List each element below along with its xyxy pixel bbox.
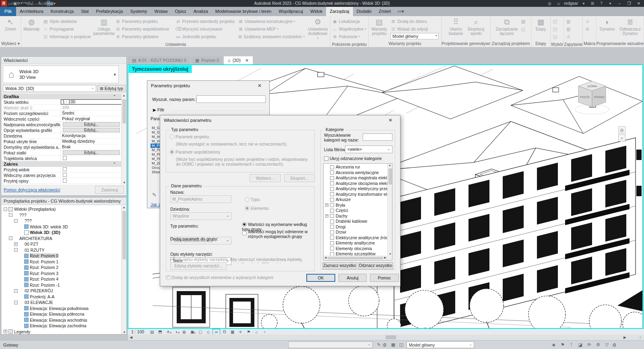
snaps-button[interactable]: ∩Przyciąganie bbox=[43, 25, 93, 33]
property-row[interactable]: Nadpisania widoczności/grafikiEdytuj... bbox=[2, 122, 122, 127]
ribbon-state-dropdown-icon[interactable]: ▭▾ bbox=[394, 7, 407, 16]
browser-tree-item[interactable]: -01 RZUTY bbox=[2, 247, 122, 253]
load-selection-button[interactable]: ◳ bbox=[552, 25, 558, 33]
category-checkbox[interactable] bbox=[330, 230, 334, 234]
measure-icon[interactable]: ∠ bbox=[31, 1, 34, 6]
manage-images-button[interactable]: ▧ bbox=[520, 18, 526, 25]
property-row[interactable]: Wartość skali 1:100 bbox=[2, 105, 122, 111]
constraints-icon[interactable]: ⌂ bbox=[253, 329, 260, 335]
ribbon-tab[interactable]: Dodatki bbox=[353, 7, 375, 16]
category-checkbox[interactable] bbox=[330, 246, 334, 250]
user-menu-chevron-icon[interactable]: ▾ bbox=[580, 0, 587, 6]
category-search-input[interactable] bbox=[363, 133, 392, 141]
sun-path-icon[interactable]: ☀ bbox=[165, 329, 171, 335]
dynamo-player-button[interactable]: ≣Odtwarzacz Dynamo bbox=[617, 17, 643, 36]
add-to-set-button[interactable]: ⊞Dodaj do zbioru bbox=[390, 18, 440, 25]
project-units-button[interactable]: ㎜Jednostki projektu bbox=[175, 33, 235, 40]
browser-tree-item[interactable]: -??? bbox=[2, 218, 122, 224]
category-item[interactable]: Analityczny transformator elektryc bbox=[324, 192, 392, 197]
object-styles-button[interactable]: ▤Style obiektów bbox=[43, 18, 93, 25]
property-checkbox[interactable] bbox=[63, 167, 67, 171]
category-item[interactable]: Elementy analityczne bbox=[324, 240, 392, 246]
edit-button[interactable]: Edytuj... bbox=[63, 150, 120, 155]
browser-tree-item[interactable]: Elewacja: Elewacja zachodnia bbox=[2, 323, 122, 329]
tree-expander[interactable]: - bbox=[9, 213, 12, 217]
browser-tree-item[interactable]: -ARCHITEKTURA bbox=[2, 236, 122, 242]
tree-expander[interactable]: + bbox=[14, 242, 18, 246]
reveal-hidden-icon[interactable]: ʘ bbox=[221, 329, 228, 335]
browser-tree-item[interactable]: -??? bbox=[2, 212, 122, 218]
browser-tree-item[interactable]: Widok 3D: widok 3D bbox=[2, 224, 122, 230]
panel-inquiry[interactable]: Zapytanie bbox=[564, 42, 582, 47]
category-checkbox[interactable] bbox=[330, 203, 334, 207]
param-search-input[interactable] bbox=[196, 95, 266, 103]
category-checkbox[interactable] bbox=[330, 192, 334, 196]
browser-tree-item[interactable]: Rzut: Poziom -1 bbox=[2, 282, 122, 288]
undo-icon[interactable]: ↶ bbox=[21, 1, 24, 6]
section-zakres[interactable]: Zakres⌃ bbox=[2, 161, 122, 167]
design-options-button[interactable]: ▤Warianty projektu bbox=[369, 17, 389, 36]
visual-style-icon[interactable]: ⬒ bbox=[157, 329, 163, 335]
view-tab-plan-sheet[interactable]: ▤A.01 - RZUT POZIOMU 0 bbox=[128, 56, 190, 64]
macro-security-button[interactable]: ⊚ bbox=[584, 25, 590, 33]
tree-expander[interactable]: - bbox=[9, 236, 12, 240]
detail-level-icon[interactable]: ▤ bbox=[149, 329, 155, 335]
property-row[interactable]: Pokaż siatkiEdytuj... bbox=[2, 150, 122, 156]
explore-outcomes-button[interactable]: ⌕Eksploruj wyniki bbox=[466, 17, 486, 36]
property-row[interactable]: Widoczny zakres przycięcia bbox=[2, 172, 122, 178]
edit-param-pencil-icon[interactable]: ✎ bbox=[152, 192, 157, 198]
tree-expander[interactable]: - bbox=[14, 289, 18, 293]
macro-manager-button[interactable]: ⌸ bbox=[584, 18, 590, 25]
collapse-arrow-icon[interactable]: ‹ bbox=[261, 329, 268, 335]
shared-parameters-button[interactable]: ⊟Parametry współdzielone bbox=[115, 25, 173, 33]
ok-button[interactable]: OK bbox=[306, 274, 335, 282]
warnings-button[interactable]: ⚠ bbox=[566, 33, 571, 40]
close-dialog-icon[interactable]: ✕ bbox=[254, 83, 266, 88]
project-parameter-radio[interactable]: Parametr projektu bbox=[169, 134, 209, 139]
property-checkbox[interactable] bbox=[63, 173, 67, 177]
user-icon[interactable]: ☺ bbox=[555, 0, 562, 6]
uncheck-all-button[interactable]: Odznacz wszystko bbox=[358, 262, 393, 269]
view-scale-button[interactable]: 1 : 100 bbox=[131, 329, 144, 334]
category-item[interactable]: Arkusze bbox=[324, 197, 392, 203]
category-item[interactable]: +Bryła bbox=[324, 203, 392, 208]
select-by-face-icon[interactable]: ◪ bbox=[577, 342, 584, 347]
section-icon[interactable]: ⊘ bbox=[44, 1, 47, 6]
property-checkbox[interactable] bbox=[63, 179, 67, 183]
browser-tree-item[interactable]: +00 PZT bbox=[2, 241, 122, 247]
ribbon-tab[interactable]: Współpracuj bbox=[275, 7, 307, 16]
category-item[interactable]: Analityczna magistrala elektryc... bbox=[324, 175, 392, 181]
panel-visual-programming[interactable]: Programowanie wizualne bbox=[597, 41, 644, 47]
categories-hscrollbar[interactable]: ◀▶ bbox=[324, 256, 387, 260]
drawing-hscrollbar[interactable]: ◀▶› bbox=[128, 335, 644, 340]
category-expander[interactable]: + bbox=[325, 214, 328, 218]
browser-tree-item[interactable]: +Legendy bbox=[2, 329, 122, 335]
property-row[interactable]: Opcje wyświetlania grafikiEdytuj... bbox=[2, 127, 122, 133]
tree-expander[interactable]: - bbox=[4, 207, 7, 211]
vary-radio[interactable]: Wartości mogą być odmienne w różnych wys… bbox=[242, 229, 314, 239]
workset-combo[interactable] bbox=[288, 341, 373, 348]
property-row[interactable]: Skala widoku1 : 100 bbox=[2, 99, 122, 105]
type-selector-chevron-icon[interactable]: ▾ bbox=[114, 72, 118, 77]
tree-expander[interactable]: + bbox=[4, 330, 7, 333]
browser-tree-item[interactable]: Rzut: Poziom 2 bbox=[2, 265, 122, 271]
category-item[interactable]: Analityczny elektryczny przełączn bbox=[324, 186, 392, 192]
help-icon[interactable]: ? bbox=[598, 0, 605, 6]
view-tab-3d[interactable]: ⌂{3D}✕ bbox=[224, 56, 253, 64]
crop-view-icon[interactable]: ▣ bbox=[189, 329, 196, 335]
switch-windows-icon[interactable]: ▦ bbox=[50, 1, 53, 6]
property-row[interactable]: Poziom szczegółowościŚredni bbox=[2, 111, 122, 116]
select-by-id-button[interactable]: ▥ bbox=[566, 25, 571, 33]
panel-macros[interactable]: Makra bbox=[583, 41, 596, 47]
properties-header[interactable]: Właściwości bbox=[1, 57, 126, 64]
project-parameters-button[interactable]: ⊞Parametry projektu bbox=[115, 18, 173, 25]
customize-qat-icon[interactable]: ▾ bbox=[54, 1, 56, 6]
properties-scrollbar[interactable]: ▲▼ bbox=[121, 94, 126, 185]
ribbon-tab[interactable]: Stal bbox=[77, 7, 92, 16]
category-checkbox[interactable] bbox=[330, 170, 334, 174]
panel-project-location[interactable]: Położenie projektu bbox=[330, 42, 368, 47]
close-button[interactable]: ✕ bbox=[635, 1, 642, 6]
drag-on-selection-icon[interactable]: ⟳ bbox=[586, 342, 593, 347]
editing-requests-icon[interactable]: ✎ bbox=[375, 342, 382, 347]
category-item[interactable]: Drzwi bbox=[324, 230, 392, 235]
